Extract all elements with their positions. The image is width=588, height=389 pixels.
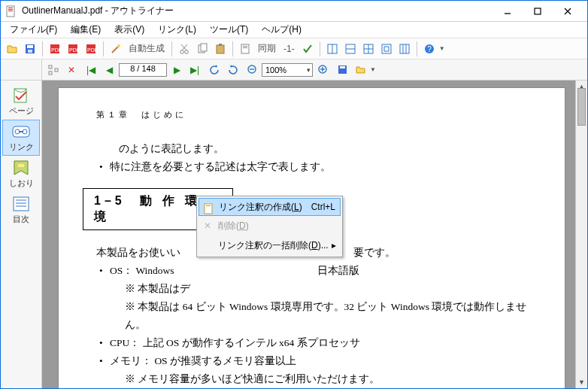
submenu-arrow-icon: ▸ <box>332 240 336 251</box>
toolbar-nav: ✕ |◀ ◀ 8 / 148 ▶ ▶| 100%▾ ▼ <box>1 59 587 81</box>
app-icon <box>5 5 17 17</box>
svg-point-18 <box>117 44 120 47</box>
open-small-icon[interactable] <box>352 62 368 78</box>
page-input[interactable]: 8 / 148 <box>119 63 167 77</box>
svg-rect-44 <box>49 65 52 68</box>
open-dropdown-icon[interactable]: ▼ <box>370 66 376 73</box>
sidebar-item-label: 目次 <box>13 214 29 225</box>
ctx-label: 削除(D) <box>218 220 249 232</box>
layout5-icon[interactable] <box>396 41 413 57</box>
tree-icon[interactable] <box>45 62 62 78</box>
window-title: OutlinerManualJ.pdf - アウトライナー <box>22 5 493 17</box>
scroll-down-icon[interactable]: ▼ <box>576 376 587 388</box>
maximize-button[interactable] <box>523 3 553 20</box>
next-page-icon[interactable]: ▶ <box>168 62 185 78</box>
pdf-icon-2[interactable]: PDF <box>65 41 81 57</box>
svg-rect-29 <box>243 47 247 48</box>
sidebar-item-link[interactable]: リンク <box>2 120 40 156</box>
help-dropdown-icon[interactable]: ▼ <box>439 45 445 52</box>
svg-rect-64 <box>205 204 212 214</box>
svg-rect-37 <box>382 44 391 53</box>
ctx-bulk-delete[interactable]: リンク注釈の一括削除(D)... ▸ <box>199 236 341 255</box>
svg-rect-65 <box>206 205 211 206</box>
layout1-icon[interactable] <box>324 41 341 57</box>
first-page-icon[interactable]: |◀ <box>83 62 99 78</box>
zoom-select[interactable]: 100%▾ <box>262 63 313 77</box>
menu-file[interactable]: ファイル(F) <box>4 22 63 38</box>
svg-line-21 <box>182 44 187 50</box>
ctx-create-link[interactable]: リンク注釈の作成(L) Ctrl+L <box>199 198 341 216</box>
check-icon[interactable] <box>299 41 316 57</box>
copy-icon[interactable] <box>194 41 211 57</box>
text-bullet: 特に注意を必要とする記述は太字で表します。 <box>99 158 527 176</box>
svg-text:PDF: PDF <box>69 47 79 53</box>
svg-rect-2 <box>8 9 13 10</box>
text-note: ※ 本製品はデ <box>107 280 527 298</box>
chapter-head: 第１章 はじめに <box>96 109 527 120</box>
pdf-icon-3[interactable]: PDF <box>83 41 99 57</box>
chevron-down-icon: ▾ <box>307 66 312 74</box>
toolbar-main: PDF PDF PDF 自動生成 同期 -1- ? ▼ <box>1 38 587 59</box>
svg-rect-38 <box>384 47 389 51</box>
last-page-icon[interactable]: ▶| <box>186 62 203 78</box>
delete-x-icon[interactable]: ✕ <box>63 62 80 78</box>
sync-label[interactable]: 同期 <box>255 42 279 55</box>
layout4-icon[interactable] <box>378 41 395 57</box>
svg-rect-1 <box>8 8 13 8</box>
toc-icon <box>11 196 31 212</box>
svg-point-20 <box>185 50 189 53</box>
sidebar-item-label: しおり <box>9 178 34 189</box>
zoom-in-icon[interactable] <box>314 62 331 78</box>
menu-view[interactable]: 表示(V) <box>108 22 150 38</box>
zoom-out-icon[interactable] <box>244 62 260 78</box>
rotate-ccw-icon[interactable] <box>206 62 223 78</box>
sidebar-item-bookmark[interactable]: しおり <box>2 156 40 192</box>
svg-rect-9 <box>27 45 33 48</box>
layout3-icon[interactable] <box>360 41 377 57</box>
sync-doc-icon[interactable] <box>237 41 253 57</box>
text-bullet: CPU： 上記 OS が動作するインテル x64 系プロセッサ <box>99 334 527 352</box>
svg-rect-27 <box>241 44 249 53</box>
ctx-label: リンク注釈の作成(L) <box>219 201 302 214</box>
x-icon: ✕ <box>201 219 214 232</box>
page-indicator: -1- <box>280 44 298 54</box>
svg-text:PDF: PDF <box>87 47 97 53</box>
prev-page-icon[interactable]: ◀ <box>101 62 117 78</box>
svg-rect-60 <box>14 197 29 211</box>
autogen-label[interactable]: 自動生成 <box>126 42 168 55</box>
svg-rect-28 <box>243 46 247 47</box>
sidebar-item-page[interactable]: ページ <box>2 84 40 120</box>
menu-link[interactable]: リンク(L) <box>152 22 202 38</box>
text-bullet: メモリ： OS が推奨するメモリ容量以上 <box>99 352 527 370</box>
rotate-cw-icon[interactable] <box>224 62 241 78</box>
text-note: ※ 本製品は 64 ビット Windows 環境専用です。32 ビット Wind… <box>107 298 527 334</box>
open-icon[interactable] <box>4 41 20 57</box>
context-menu: リンク注釈の作成(L) Ctrl+L ✕ 削除(D) リンク注釈の一括削除(D)… <box>196 196 343 257</box>
svg-rect-46 <box>55 68 58 71</box>
svg-rect-5 <box>535 8 541 14</box>
menu-tool[interactable]: ツール(T) <box>204 22 254 38</box>
bookmark-icon <box>11 160 31 176</box>
layout2-icon[interactable] <box>342 41 359 57</box>
paste-icon[interactable] <box>212 41 229 57</box>
svg-text:?: ? <box>427 45 432 53</box>
svg-rect-45 <box>49 71 52 74</box>
menu-help[interactable]: ヘルプ(H) <box>256 22 308 38</box>
cut-icon[interactable] <box>176 41 192 57</box>
save-small-icon[interactable] <box>334 62 350 78</box>
section-number: 1–5 <box>94 194 126 207</box>
close-button[interactable] <box>553 3 583 20</box>
pdf-icon-1[interactable]: PDF <box>47 41 63 57</box>
svg-rect-59 <box>18 164 24 167</box>
help-icon[interactable]: ? <box>421 41 438 57</box>
svg-line-22 <box>181 44 186 50</box>
save-icon[interactable] <box>22 41 38 57</box>
wand-icon[interactable] <box>108 41 124 57</box>
ctx-delete: ✕ 削除(D) <box>199 216 341 236</box>
svg-rect-24 <box>201 44 207 51</box>
vertical-scrollbar[interactable]: ▲ ▼ <box>575 81 587 388</box>
minimize-button[interactable] <box>493 3 523 20</box>
scrollbar-thumb[interactable] <box>577 88 586 126</box>
menu-edit[interactable]: 編集(E) <box>65 22 107 38</box>
sidebar-item-toc[interactable]: 目次 <box>2 192 40 228</box>
